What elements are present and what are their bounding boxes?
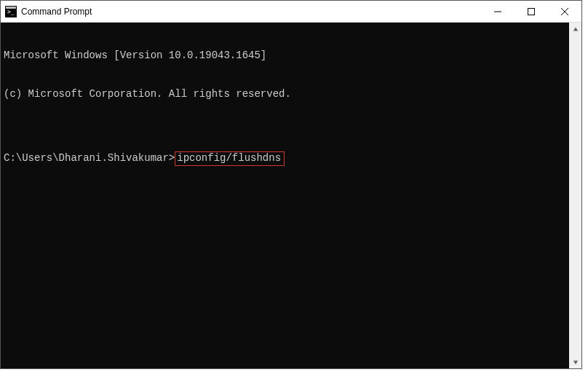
svg-rect-4 bbox=[528, 8, 535, 15]
close-button[interactable] bbox=[548, 1, 581, 22]
command-prompt-window: >_ Command Prompt Microsoft Windows [Ver… bbox=[0, 0, 582, 369]
command-highlight: ipconfig/flushdns bbox=[175, 151, 285, 166]
terminal-line-version: Microsoft Windows [Version 10.0.19043.16… bbox=[4, 50, 579, 63]
scroll-track[interactable] bbox=[569, 35, 581, 356]
prompt-line: C:\Users\Dharani.Shivakumar>ipconfig/flu… bbox=[4, 151, 579, 166]
window-controls bbox=[481, 1, 581, 22]
prompt-path: C:\Users\Dharani.Shivakumar> bbox=[4, 152, 175, 165]
svg-marker-7 bbox=[573, 27, 577, 31]
window-title: Command Prompt bbox=[21, 7, 481, 17]
scroll-up-button[interactable] bbox=[569, 23, 581, 35]
scroll-down-button[interactable] bbox=[569, 356, 581, 368]
vertical-scrollbar[interactable] bbox=[569, 23, 581, 368]
cmd-icon: >_ bbox=[5, 6, 17, 17]
terminal-body[interactable]: Microsoft Windows [Version 10.0.19043.16… bbox=[1, 23, 581, 368]
svg-marker-8 bbox=[573, 360, 577, 364]
svg-text:>_: >_ bbox=[7, 9, 15, 15]
minimize-button[interactable] bbox=[481, 1, 514, 22]
titlebar[interactable]: >_ Command Prompt bbox=[1, 1, 581, 23]
terminal-line-copyright: (c) Microsoft Corporation. All rights re… bbox=[4, 88, 579, 101]
maximize-button[interactable] bbox=[514, 1, 548, 22]
